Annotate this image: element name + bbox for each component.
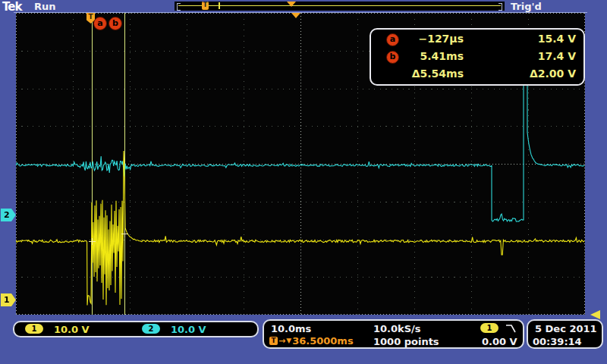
trigger-source-badge[interactable]: 1 [480,323,498,333]
oscilloscope-screen: Tek Run Trig'd T T a b 2 1 a −127µs 15 [0,0,607,364]
cursor-b-badge-small: b [386,51,399,64]
ch2-badge[interactable]: 2 [142,324,160,334]
triangle-down-icon: ▼ [286,337,291,345]
record-start-bracket-icon [177,3,181,11]
cursor-b-volts: 17.4 V [538,50,576,62]
channel-scale-readout[interactable]: 1 10.0 V 2 10.0 V [13,321,259,337]
trigger-delay-readout[interactable]: T→▼36.5000ms [269,335,354,347]
ch1-scale[interactable]: 10.0 V [54,324,90,335]
ch1-trace [16,151,584,306]
ch1-badge[interactable]: 1 [25,324,43,334]
cursor-b-time: 5.41ms [420,50,464,62]
ch2-ground-marker[interactable]: 2 [1,209,16,221]
delay-value: 36.5000ms [292,335,354,347]
trigger-status: Trig'd [511,1,542,12]
datetime-readout: 5 Dec 2011 00:39:14 [527,319,603,349]
cursor-delta-time: Δ5.54ms [412,67,464,80]
sample-rate-value: 10.0kS/s [373,323,421,334]
expansion-point-icon [287,2,296,7]
ch1-ground-marker[interactable]: 1 [1,293,16,306]
trigger-position-icon: T [202,2,209,10]
timebase-value[interactable]: 10.0ms [271,323,311,334]
cursor-position-tick [219,2,220,9]
ch2-scale[interactable]: 10.0 V [171,324,206,335]
date-value: 5 Dec 2011 [535,323,597,334]
record-line [178,5,501,6]
trigger-level-arrow-icon[interactable] [590,310,600,319]
acquisition-status: Run [34,1,56,12]
trigger-slope-falling-icon [505,323,518,334]
cursor-delta-row: Δ5.54ms Δ2.00 V [371,67,583,83]
cursor-b-badge[interactable]: b [109,17,122,30]
cursor-a-time: −127µs [418,33,464,45]
cursor-a-volts: 15.4 V [538,33,576,45]
horizontal-trigger-readout[interactable]: 10.0ms 10.0kS/s 1 T→▼36.5000ms 1000 poin… [263,319,524,349]
cursor-b-waveform-cross-icon [121,231,128,237]
trigger-level-value[interactable]: 0.00 V [482,336,517,347]
record-end-bracket-icon [498,3,502,11]
record-length-value: 1000 points [373,336,439,347]
expansion-point-marker-icon [291,13,300,18]
cursor-a-badge-small: a [386,33,399,46]
cursor-a-waveform-cross-icon [89,238,96,245]
cursor-readout-panel: a −127µs 15.4 V b 5.41ms 17.4 V Δ5.54ms … [370,28,585,86]
cursor-delta-volts: Δ2.00 V [530,67,576,80]
cursor-b-row: b 5.41ms 17.4 V [371,49,583,65]
time-value: 00:39:14 [533,336,582,347]
delay-t-icon: T [269,337,278,345]
cursor-a-row: a −127µs 15.4 V [371,32,583,48]
cursor-a-badge[interactable]: a [93,17,107,30]
arrow-right-icon: → [278,337,285,345]
acquisition-preview-bar[interactable]: T [175,2,505,11]
